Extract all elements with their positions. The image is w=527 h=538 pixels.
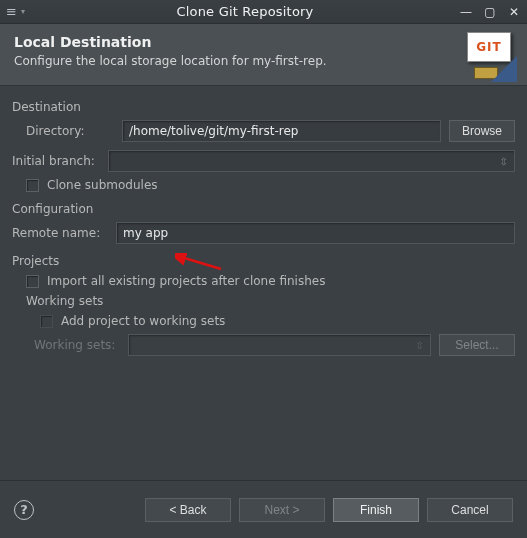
section-projects: Projects [12,254,515,268]
window-titlebar: ≡ ▾ Clone Git Repository — ▢ ✕ [0,0,527,24]
cancel-button[interactable]: Cancel [427,498,513,522]
section-destination: Destination [12,100,515,114]
close-button[interactable]: ✕ [507,5,521,19]
import-projects-checkbox[interactable] [26,275,39,288]
remote-name-input[interactable] [116,222,515,244]
working-sets-label: Working sets [12,294,515,308]
back-button[interactable]: < Back [145,498,231,522]
next-button: Next > [239,498,325,522]
chevron-updown-icon: ⇳ [416,340,424,351]
import-projects-label: Import all existing projects after clone… [47,274,325,288]
banner-subtitle: Configure the local storage location for… [14,54,513,68]
directory-label: Directory: [26,124,114,138]
finish-button[interactable]: Finish [333,498,419,522]
chevron-updown-icon: ⇳ [500,156,508,167]
browse-button[interactable]: Browse [449,120,515,142]
menu-caret-icon[interactable]: ▾ [21,7,25,16]
remote-name-label: Remote name: [12,226,108,240]
working-sets-dropdown-label: Working sets: [34,338,120,352]
select-working-sets-button: Select... [439,334,515,356]
corner-decor-icon [491,56,517,82]
working-sets-dropdown: ⇳ [128,334,431,356]
add-working-sets-label: Add project to working sets [61,314,225,328]
wizard-button-bar: ? < Back Next > Finish Cancel [0,480,527,538]
wizard-banner: Local Destination Configure the local st… [0,24,527,86]
hamburger-icon[interactable]: ≡ [6,4,17,19]
window-title: Clone Git Repository [31,4,459,19]
banner-title: Local Destination [14,34,513,50]
clone-submodules-label: Clone submodules [47,178,158,192]
banner-icon: GIT [462,32,517,82]
directory-input[interactable] [122,120,441,142]
initial-branch-dropdown[interactable]: ⇳ [108,150,515,172]
add-working-sets-checkbox[interactable] [40,315,53,328]
help-button[interactable]: ? [14,500,34,520]
clone-submodules-checkbox[interactable] [26,179,39,192]
maximize-button[interactable]: ▢ [483,5,497,19]
minimize-button[interactable]: — [459,5,473,19]
initial-branch-label: Initial branch: [12,154,100,168]
section-configuration: Configuration [12,202,515,216]
